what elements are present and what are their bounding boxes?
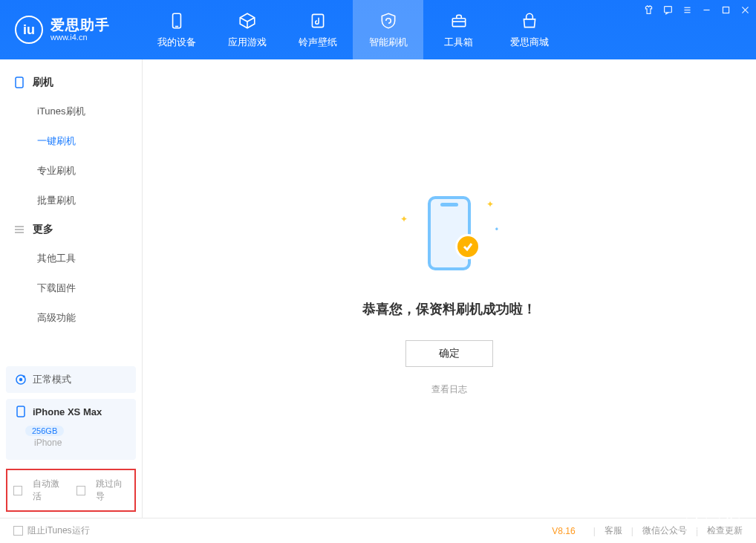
svg-rect-14 — [16, 77, 23, 88]
separator: | — [631, 526, 633, 536]
tab-toolbox[interactable]: 工具箱 — [423, 0, 494, 59]
side-nav: 刷机 iTunes刷机 一键刷机 专业刷机 批量刷机 更多 其他工具 下载固件 … — [0, 59, 142, 366]
menu-icon[interactable] — [682, 4, 692, 15]
feedback-icon[interactable] — [662, 4, 673, 15]
sidebar-section-flash: 刷机 — [0, 68, 142, 97]
skin-icon[interactable] — [643, 4, 654, 15]
device-type: iPhone — [6, 436, 136, 455]
version-label: V8.16 — [552, 526, 575, 536]
checkbox-stop-itunes[interactable] — [13, 526, 23, 536]
tab-label: 爱思商城 — [510, 36, 549, 49]
titlebar: iu 爱思助手 www.i4.cn 我的设备 应用游戏 铃声壁纸 智能刷机 — [0, 0, 756, 59]
sparkle-icon: • — [495, 224, 498, 235]
music-icon — [307, 10, 328, 31]
device-info-panel: iPhone XS Max 256GB iPhone — [6, 399, 136, 460]
svg-rect-21 — [17, 406, 25, 417]
sparkle-icon: ✦ — [400, 214, 408, 224]
more-icon — [13, 224, 25, 235]
label-skip-guide: 跳过向导 — [96, 478, 128, 503]
tab-my-device[interactable]: 我的设备 — [141, 0, 212, 59]
view-log-link[interactable]: 查看日志 — [431, 383, 467, 396]
maximize-button[interactable] — [720, 4, 731, 15]
success-check-icon — [455, 234, 480, 259]
device-storage-badge: 256GB — [25, 426, 64, 436]
sidebar-section-more: 更多 — [0, 215, 142, 244]
svg-rect-2 — [312, 14, 323, 27]
cube-icon — [237, 10, 258, 31]
app-window: iu 爱思助手 www.i4.cn 我的设备 应用游戏 铃声壁纸 智能刷机 — [0, 0, 756, 543]
sidebar-item-itunes-flash[interactable]: iTunes刷机 — [0, 97, 142, 126]
svg-rect-3 — [452, 19, 465, 27]
sidebar: 刷机 iTunes刷机 一键刷机 专业刷机 批量刷机 更多 其他工具 下载固件 … — [0, 59, 143, 518]
device-mode: 正常模式 — [33, 373, 71, 386]
success-message: 恭喜您，保资料刷机成功啦！ — [362, 300, 536, 318]
phone-illustration — [428, 196, 471, 270]
body: 刷机 iTunes刷机 一键刷机 专业刷机 批量刷机 更多 其他工具 下载固件 … — [0, 59, 756, 518]
section-title: 更多 — [33, 223, 53, 236]
section-title: 刷机 — [33, 76, 53, 89]
phone-icon — [166, 10, 187, 31]
sidebar-item-oneclick-flash[interactable]: 一键刷机 — [0, 126, 142, 156]
main-content: ✦ ✦ • 恭喜您，保资料刷机成功啦！ 确定 查看日志 — [143, 59, 756, 518]
logo-area: iu 爱思助手 www.i4.cn — [0, 0, 141, 59]
tab-ringtones[interactable]: 铃声壁纸 — [282, 0, 353, 59]
svg-point-19 — [19, 378, 22, 381]
logo-icon: iu — [15, 16, 43, 44]
checkbox-skip-guide[interactable] — [76, 486, 85, 495]
refresh-shield-icon — [378, 10, 399, 31]
device-name: iPhone XS Max — [33, 406, 102, 417]
device-icon — [13, 77, 25, 88]
tab-smart-flash[interactable]: 智能刷机 — [353, 0, 423, 59]
checkbox-auto-activate[interactable] — [13, 486, 22, 495]
sidebar-item-advanced[interactable]: 高级功能 — [0, 303, 142, 333]
tab-apps-games[interactable]: 应用游戏 — [212, 0, 282, 59]
sidebar-item-batch-flash[interactable]: 批量刷机 — [0, 186, 142, 215]
sparkle-icon: ✦ — [486, 199, 494, 209]
close-button[interactable] — [740, 4, 750, 15]
phone-small-icon — [15, 406, 27, 417]
app-url: www.i4.cn — [50, 33, 110, 42]
statusbar: 阻止iTunes运行 V8.16 | 客服 | 微信公众号 | 检查更新 — [0, 518, 756, 543]
mode-icon — [15, 374, 27, 386]
svg-rect-10 — [723, 7, 729, 13]
window-controls — [643, 4, 750, 15]
sidebar-item-download-firmware[interactable]: 下载固件 — [0, 273, 142, 303]
tab-label: 我的设备 — [157, 36, 196, 49]
label-stop-itunes: 阻止iTunes运行 — [27, 524, 90, 537]
device-panel: 正常模式 — [6, 366, 136, 393]
device-name-row[interactable]: iPhone XS Max — [6, 399, 136, 424]
tab-label: 铃声壁纸 — [299, 36, 337, 49]
success-illustration: ✦ ✦ • — [397, 181, 501, 285]
svg-rect-5 — [664, 6, 671, 12]
wechat-link[interactable]: 微信公众号 — [642, 524, 687, 537]
status-left: 阻止iTunes运行 — [13, 524, 552, 537]
tab-label: 应用游戏 — [228, 36, 267, 49]
device-mode-row[interactable]: 正常模式 — [6, 366, 136, 393]
sidebar-item-pro-flash[interactable]: 专业刷机 — [0, 156, 142, 186]
ok-button[interactable]: 确定 — [405, 340, 493, 367]
svg-point-20 — [23, 375, 25, 377]
bottom-options-highlighted: 自动激活 跳过向导 — [6, 469, 136, 512]
tab-label: 智能刷机 — [369, 36, 408, 49]
separator: | — [593, 526, 596, 536]
minimize-button[interactable] — [701, 4, 711, 15]
main-tabs: 我的设备 应用游戏 铃声壁纸 智能刷机 工具箱 爱思商城 — [141, 0, 564, 59]
label-auto-activate: 自动激活 — [33, 478, 65, 503]
tab-store[interactable]: 爱思商城 — [494, 0, 564, 59]
app-title: 爱思助手 — [50, 18, 110, 33]
store-icon — [519, 10, 540, 31]
support-link[interactable]: 客服 — [605, 524, 622, 537]
sidebar-item-other-tools[interactable]: 其他工具 — [0, 244, 142, 273]
toolbox-icon — [449, 10, 469, 31]
tab-label: 工具箱 — [444, 36, 473, 49]
